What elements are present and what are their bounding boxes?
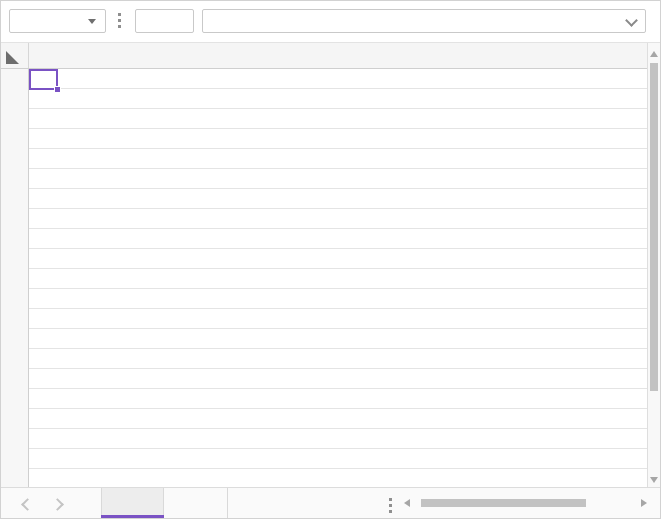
prev-sheet-icon[interactable] (21, 498, 34, 511)
cells-area[interactable] (29, 69, 649, 489)
fill-handle[interactable] (54, 86, 61, 93)
spreadsheet-app (0, 0, 661, 519)
select-all-corner[interactable] (1, 43, 29, 68)
expand-formula-bar-icon[interactable] (625, 14, 638, 27)
formula-toolbar (1, 1, 660, 43)
row-headers (1, 69, 29, 489)
sheet-tab-sheet2[interactable] (164, 488, 228, 518)
scroll-left-icon[interactable] (404, 499, 410, 507)
formula-input[interactable] (202, 9, 646, 33)
name-box-dropdown-icon[interactable] (88, 19, 96, 24)
toolbar-drag-handle-icon[interactable] (118, 13, 121, 28)
sheet-tab-sheet1[interactable] (101, 488, 164, 518)
horizontal-scroll-thumb[interactable] (421, 499, 586, 507)
vertical-scrollbar[interactable] (647, 43, 660, 489)
select-all-icon (6, 51, 19, 64)
name-box[interactable] (9, 9, 106, 33)
cancel-icon[interactable] (136, 10, 165, 32)
next-sheet-icon[interactable] (51, 498, 64, 511)
scroll-down-icon[interactable] (650, 477, 658, 483)
column-headers (1, 43, 649, 69)
sheet-bar (1, 487, 660, 518)
scroll-up-icon[interactable] (650, 51, 658, 57)
add-sheet-button[interactable] (251, 488, 275, 518)
vertical-scroll-thumb[interactable] (650, 63, 658, 391)
scroll-right-icon[interactable] (641, 499, 647, 507)
formula-action-group (135, 9, 194, 33)
accept-icon[interactable] (165, 10, 194, 32)
sheetbar-drag-handle-icon[interactable] (389, 498, 392, 513)
